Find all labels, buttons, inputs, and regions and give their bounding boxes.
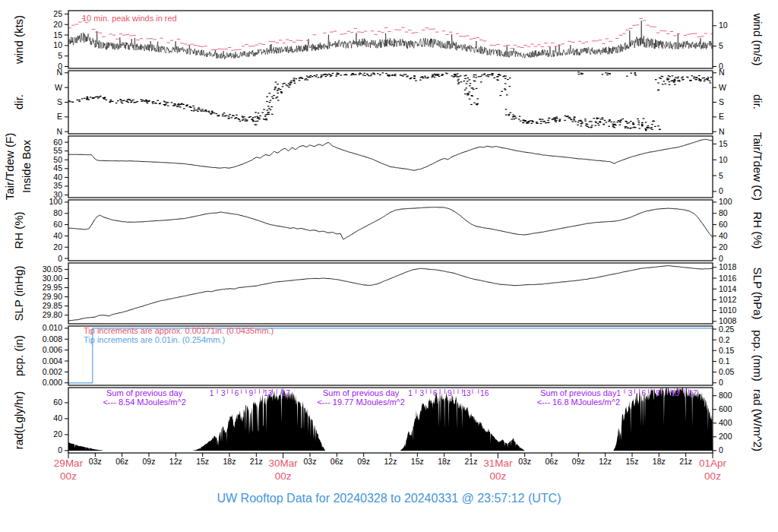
pcp-right-axis-label: pcp. (mm): [751, 330, 764, 382]
svg-text:40: 40: [53, 413, 62, 423]
svg-text:1016: 1016: [719, 274, 737, 283]
svg-text:21z: 21z: [679, 457, 692, 466]
svg-text:<--- 8.54 MJoules/m^2: <--- 8.54 MJoules/m^2: [103, 397, 185, 407]
svg-text:1012: 1012: [719, 295, 737, 304]
svg-text:N: N: [719, 127, 725, 136]
svg-text:55: 55: [53, 146, 62, 155]
svg-text:12z: 12z: [169, 457, 182, 466]
temp-left-axis-label-line2: Inside Box: [20, 139, 33, 193]
svg-text:00z: 00z: [275, 470, 292, 482]
svg-text:00z: 00z: [704, 470, 721, 482]
svg-text:Sum of previous day: Sum of previous day: [540, 388, 617, 397]
svg-text:60: 60: [53, 397, 62, 407]
svg-text:<--- 16.8 MJoules/m^2: <--- 16.8 MJoules/m^2: [537, 397, 620, 407]
svg-text:21z: 21z: [465, 457, 478, 466]
rh-right-axis-label: RH (%): [751, 211, 764, 249]
svg-text:29.80: 29.80: [43, 310, 62, 319]
svg-text:0: 0: [58, 445, 62, 454]
svg-text:15z: 15z: [626, 457, 639, 466]
generated-plot-layers: 05101520250510NESWNNESWN3035404550556005…: [43, 9, 737, 482]
svg-text:20: 20: [53, 242, 62, 252]
svg-text:E: E: [719, 112, 724, 121]
svg-text:18z: 18z: [223, 457, 236, 466]
svg-text:13: 13: [671, 389, 680, 397]
svg-text:100: 100: [719, 197, 732, 206]
svg-text:17: 17: [282, 389, 291, 397]
svg-text:Sum of previous day: Sum of previous day: [106, 388, 183, 397]
svg-text:0: 0: [719, 254, 723, 263]
svg-text:20: 20: [53, 20, 62, 29]
svg-text:09z: 09z: [143, 457, 156, 466]
svg-text:6: 6: [642, 389, 647, 397]
slp-panel: [68, 266, 713, 321]
svg-text:100: 100: [49, 197, 62, 206]
uw-rooftop-weather-chart: 05101520250510NESWNNESWN3035404550556005…: [0, 0, 778, 532]
svg-text:200: 200: [719, 432, 732, 441]
svg-text:31Mar: 31Mar: [483, 458, 513, 469]
svg-text:50: 50: [53, 155, 62, 164]
svg-text:09z: 09z: [572, 457, 585, 466]
svg-text:40: 40: [53, 231, 62, 240]
peak-wind-note: 10 min. peak winds in red: [82, 14, 177, 23]
svg-text:0.05: 0.05: [719, 367, 735, 376]
svg-text:0.15: 0.15: [719, 346, 735, 355]
svg-text:W: W: [55, 83, 62, 92]
tip-increment-note-red: Tip increments are approx. 0.00171in. (0…: [84, 326, 274, 335]
svg-text:06z: 06z: [330, 457, 343, 466]
svg-text:12z: 12z: [599, 457, 612, 466]
svg-text:01Apr: 01Apr: [699, 458, 727, 469]
svg-text:18z: 18z: [438, 457, 451, 466]
rh-left-axis-label: RH (%): [12, 211, 25, 249]
svg-text:1014: 1014: [719, 284, 737, 293]
svg-text:1018: 1018: [719, 262, 737, 271]
svg-text:E: E: [57, 112, 62, 121]
svg-text:18z: 18z: [653, 457, 666, 466]
svg-text:N: N: [719, 68, 725, 77]
svg-text:400: 400: [719, 418, 732, 427]
dir-panel: [62, 71, 717, 131]
svg-text:10: 10: [719, 21, 728, 30]
slp-left-axis-label: SLP (inHg): [12, 265, 25, 321]
rad-left-axis-label: rad(Lgly/hr): [12, 391, 25, 450]
slp-right-axis-label: SLP (hPa): [751, 268, 764, 320]
svg-text:80: 80: [53, 208, 62, 217]
svg-text:60: 60: [719, 220, 728, 229]
temp-right-axis-label: Tair/Tdew (C): [751, 132, 764, 201]
svg-text:13: 13: [264, 389, 273, 397]
svg-text:29.95: 29.95: [43, 283, 62, 292]
svg-text:12z: 12z: [384, 457, 397, 466]
svg-text:0.006: 0.006: [43, 345, 62, 354]
svg-text:35: 35: [53, 181, 62, 190]
svg-text:<--- 19.77 MJoules/m^2: <--- 19.77 MJoules/m^2: [317, 397, 405, 407]
svg-text:0.002: 0.002: [43, 367, 62, 376]
svg-text:1: 1: [617, 389, 621, 397]
svg-text:W: W: [719, 83, 726, 92]
svg-text:0.010: 0.010: [43, 323, 62, 332]
svg-text:3: 3: [221, 389, 226, 397]
svg-text:9: 9: [656, 389, 660, 397]
svg-text:6: 6: [433, 389, 438, 397]
svg-text:03z: 03z: [304, 457, 317, 466]
svg-text:29.85: 29.85: [43, 301, 62, 310]
weather-multipanel-plot: 05101520250510NESWNNESWN3035404550556005…: [0, 0, 778, 532]
svg-text:5: 5: [719, 41, 723, 50]
svg-text:9: 9: [448, 389, 452, 397]
pcp-left-axis-label: pcp. (in): [12, 335, 25, 376]
svg-text:25: 25: [53, 9, 62, 18]
svg-text:09z: 09z: [357, 457, 370, 466]
svg-text:00z: 00z: [489, 470, 506, 482]
wind-panel: [68, 18, 714, 59]
svg-text:40: 40: [53, 173, 62, 182]
svg-text:60: 60: [53, 138, 62, 147]
svg-text:0: 0: [58, 254, 62, 263]
svg-text:30.00: 30.00: [43, 274, 62, 283]
svg-text:6: 6: [235, 389, 239, 397]
wind-left-axis-label: wind (kts): [12, 15, 25, 65]
svg-text:20: 20: [719, 242, 728, 252]
wind-right-axis-label: wind (m/s): [751, 12, 764, 65]
svg-text:21z: 21z: [250, 457, 263, 466]
svg-text:0.25: 0.25: [719, 325, 735, 334]
svg-text:1: 1: [210, 389, 214, 397]
svg-text:03z: 03z: [89, 457, 102, 466]
svg-text:03z: 03z: [518, 457, 531, 466]
